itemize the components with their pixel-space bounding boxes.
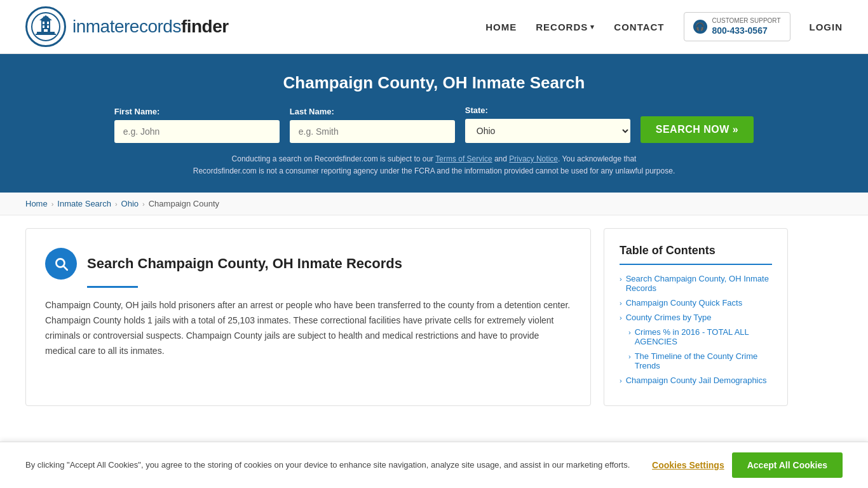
chevron-right-icon: ›: [620, 299, 622, 307]
nav-home[interactable]: HOME: [485, 22, 517, 32]
last-name-input[interactable]: [290, 120, 455, 143]
main-content: Search Champaign County, OH Inmate Recor…: [0, 215, 813, 419]
svg-line-12: [64, 266, 67, 270]
privacy-link[interactable]: Privacy Notice: [509, 154, 558, 163]
toc-item-0[interactable]: › Search Champaign County, OH Inmate Rec…: [620, 274, 772, 293]
list-item: › Champaign County Jail Demographics: [620, 376, 772, 385]
hero-banner: Champaign County, OH Inmate Search First…: [0, 54, 868, 193]
breadcrumb-sep-1: ›: [51, 200, 54, 208]
search-button[interactable]: SEARCH NOW »: [641, 116, 754, 143]
support-text: CUSTOMER SUPPORT 800-433-0567: [712, 17, 781, 36]
state-select[interactable]: Ohio Alabama Alaska California Florida N…: [465, 119, 630, 143]
toc-underline: [620, 264, 772, 265]
headset-icon: 🎧: [693, 20, 707, 34]
chevron-right-icon: ›: [628, 353, 631, 360]
state-group: State: Ohio Alabama Alaska California Fl…: [465, 105, 630, 143]
svg-rect-4: [43, 22, 44, 24]
section-title: Search Champaign County, OH Inmate Recor…: [87, 255, 402, 272]
list-item: › Search Champaign County, OH Inmate Rec…: [620, 274, 772, 293]
list-item: › The Timeline of the County Crime Trend…: [620, 351, 772, 370]
nav-contact[interactable]: CONTACT: [614, 22, 664, 32]
content-body: Champaign County, OH jails hold prisoner…: [45, 298, 571, 358]
logo-text: inmaterecordsfinder: [72, 17, 229, 37]
list-item: › County Crimes by Type: [620, 313, 772, 322]
site-header: inmaterecordsfinder HOME RECORDS ▾ CONTA…: [0, 0, 868, 54]
terms-link[interactable]: Terms of Service: [435, 154, 492, 163]
first-name-label: First Name:: [114, 107, 280, 116]
logo-area: inmaterecordsfinder: [25, 6, 229, 47]
breadcrumb-ohio[interactable]: Ohio: [121, 199, 139, 208]
breadcrumb-home[interactable]: Home: [25, 199, 48, 208]
main-nav: HOME RECORDS ▾ CONTACT 🎧 CUSTOMER SUPPOR…: [485, 12, 843, 41]
chevron-right-icon: ›: [620, 314, 622, 322]
first-name-group: First Name:: [114, 107, 280, 143]
last-name-label: Last Name:: [290, 107, 455, 116]
chevron-right-icon: ›: [620, 377, 622, 384]
breadcrumb-inmate-search[interactable]: Inmate Search: [57, 199, 111, 208]
toc-item-4[interactable]: › The Timeline of the County Crime Trend…: [628, 351, 772, 370]
breadcrumb-sep-3: ›: [142, 200, 145, 208]
chevron-right-icon: ›: [620, 275, 622, 283]
logo-icon: [25, 6, 66, 47]
section-title-row: Search Champaign County, OH Inmate Recor…: [45, 248, 571, 280]
svg-rect-8: [44, 29, 48, 32]
login-button[interactable]: LOGIN: [810, 22, 843, 32]
toc-list: › Search Champaign County, OH Inmate Rec…: [620, 274, 772, 385]
svg-rect-6: [43, 25, 44, 28]
chevron-right-icon: ›: [628, 329, 631, 336]
table-of-contents: Table of Contents › Search Champaign Cou…: [604, 228, 788, 406]
nav-records[interactable]: RECORDS ▾: [536, 22, 595, 32]
records-chevron-icon: ▾: [590, 23, 595, 31]
content-left: Search Champaign County, OH Inmate Recor…: [25, 228, 591, 406]
svg-rect-10: [36, 34, 56, 35]
toc-item-3[interactable]: › Crimes % in 2016 - TOTAL ALL AGENCIES: [628, 327, 772, 346]
list-item: › Champaign County Quick Facts: [620, 298, 772, 308]
toc-title: Table of Contents: [620, 244, 772, 257]
first-name-input[interactable]: [114, 120, 280, 143]
breadcrumb: Home › Inmate Search › Ohio › Champaign …: [0, 193, 868, 215]
search-form: First Name: Last Name: State: Ohio Alaba…: [25, 105, 843, 143]
svg-marker-2: [39, 15, 52, 20]
list-item: › Crimes % in 2016 - TOTAL ALL AGENCIES: [620, 327, 772, 346]
customer-support-box[interactable]: 🎧 CUSTOMER SUPPORT 800-433-0567: [684, 12, 790, 41]
toc-item-2[interactable]: › County Crimes by Type: [620, 313, 772, 322]
toc-item-5[interactable]: › Champaign County Jail Demographics: [620, 376, 772, 385]
hero-title: Champaign County, OH Inmate Search: [25, 73, 843, 93]
toc-item-1[interactable]: › Champaign County Quick Facts: [620, 298, 772, 308]
last-name-group: Last Name:: [290, 107, 455, 143]
breadcrumb-county: Champaign County: [149, 199, 219, 208]
svg-rect-9: [37, 32, 55, 34]
disclaimer-text: Conducting a search on Recordsfinder.com…: [25, 153, 843, 177]
state-label: State:: [465, 105, 630, 115]
svg-rect-5: [47, 22, 49, 24]
search-section-icon: [45, 248, 77, 280]
title-underline: [87, 286, 138, 288]
svg-rect-7: [47, 25, 49, 28]
breadcrumb-sep-2: ›: [115, 200, 118, 208]
